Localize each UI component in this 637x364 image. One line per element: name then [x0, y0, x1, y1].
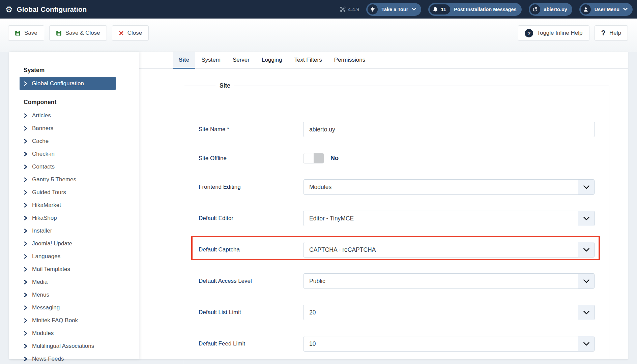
toolbar: Save Save & Close Close ? Toggle Inline … — [0, 19, 637, 52]
tab-label: Server — [233, 57, 250, 63]
toolbar-left-group: Save Save & Close Close — [8, 25, 149, 41]
top-header: ⚙ Global Configuration 4.4.9 Take a Tour — [0, 0, 637, 19]
post-installation-messages-button[interactable]: 11 Post Installation Messages — [428, 3, 521, 16]
chevron-down-icon — [578, 305, 595, 320]
form-row-default-access-level: Default Access Level Public — [199, 273, 595, 289]
chevron-right-icon — [24, 190, 27, 195]
chevron-right-icon — [24, 113, 27, 118]
messages-label: Post Installation Messages — [454, 7, 516, 12]
tab-label: Text Filters — [294, 57, 322, 63]
sidebar-item-joomla-update[interactable]: Joomla! Update — [20, 237, 116, 250]
chevron-down-icon — [578, 274, 595, 289]
sidebar-item-modules[interactable]: Modules — [20, 327, 116, 340]
tab-label: Permissions — [334, 57, 366, 63]
sidebar-item-articles[interactable]: Articles — [20, 109, 116, 122]
content-wrapper: System Global Configuration Component Ar… — [9, 52, 628, 359]
default-list-limit-select[interactable]: 20 — [303, 305, 595, 320]
sidebar-heading-component: Component — [24, 99, 116, 106]
tab-label: Site — [179, 57, 189, 63]
sidebar-item-messaging[interactable]: Messaging — [20, 301, 116, 314]
close-button[interactable]: Close — [112, 25, 149, 41]
sidebar-item-label: Languages — [32, 253, 60, 260]
toggle-inline-help-button[interactable]: ? Toggle Inline Help — [518, 25, 589, 41]
sidebar-item-label: Installer — [32, 228, 52, 234]
sidebar-item-global-configuration[interactable]: Global Configuration — [20, 77, 116, 90]
help-button[interactable]: ? Help — [595, 25, 628, 41]
take-a-tour-label: Take a Tour — [381, 7, 408, 12]
select-value: 10 — [303, 340, 578, 347]
tab-system[interactable]: System — [195, 52, 227, 69]
form-row-site-offline: Site Offline No — [199, 153, 595, 163]
field-label: Site Offline — [199, 155, 303, 162]
form-row-default-editor: Default Editor Editor - TinyMCE — [199, 211, 595, 226]
page-title: Global Configuration — [17, 5, 87, 13]
external-link-icon — [530, 4, 540, 14]
user-menu-label: User Menu — [595, 7, 619, 12]
form-rows: Site Name * Site Offline No Frontend Edi… — [199, 122, 595, 352]
toggle-knob — [314, 153, 324, 163]
sidebar-item-gantry-5-themes[interactable]: Gantry 5 Themes — [20, 173, 116, 186]
tab-text-filters[interactable]: Text Filters — [288, 52, 328, 69]
default-editor-select[interactable]: Editor - TinyMCE — [303, 211, 595, 226]
tab-label: Logging — [262, 57, 282, 63]
user-menu-button[interactable]: User Menu — [579, 3, 633, 16]
save-icon — [56, 30, 62, 36]
field-slot: CAPTCHA - reCAPTCHA — [303, 242, 595, 257]
sidebar-item-menus[interactable]: Menus — [20, 289, 116, 301]
sidebar-item-guided-tours[interactable]: Guided Tours — [20, 186, 116, 199]
chevron-right-icon — [24, 126, 27, 131]
tab-permissions[interactable]: Permissions — [328, 52, 372, 69]
chevron-right-icon — [24, 267, 27, 272]
sidebar-item-installer[interactable]: Installer — [20, 224, 116, 237]
sidebar-item-media[interactable]: Media — [20, 276, 116, 289]
frontend-editing-select[interactable]: Modules — [303, 179, 595, 195]
sidebar-item-label: Menus — [32, 292, 49, 298]
sidebar-item-multilingual-associations[interactable]: Multilingual Associations — [20, 340, 116, 353]
take-a-tour-button[interactable]: Take a Tour — [366, 3, 421, 16]
field-label: Frontend Editing — [199, 184, 303, 190]
tab-logging[interactable]: Logging — [256, 52, 288, 69]
field-slot — [303, 122, 595, 137]
site-link-button[interactable]: abierto.uy — [529, 3, 572, 16]
chevron-right-icon — [24, 357, 27, 361]
sidebar-component-list: Articles Banners Cache Check-in Contacts… — [20, 109, 116, 364]
sidebar-item-hikamarket[interactable]: HikaMarket — [20, 199, 116, 212]
sidebar-item-cache[interactable]: Cache — [20, 135, 116, 148]
sidebar-item-contacts[interactable]: Contacts — [20, 160, 116, 173]
save-button[interactable]: Save — [8, 25, 44, 41]
chevron-right-icon — [24, 164, 27, 169]
chevron-down-icon — [578, 180, 595, 194]
sidebar-item-label: Minitek FAQ Book — [32, 317, 78, 324]
tab-server[interactable]: Server — [227, 52, 256, 69]
save-and-close-button[interactable]: Save & Close — [49, 25, 107, 41]
sidebar-item-news-feeds[interactable]: News Feeds — [20, 353, 116, 364]
sidebar-item-hikashop[interactable]: HikaShop — [20, 212, 116, 224]
question-circle-icon: ? — [525, 29, 533, 37]
field-slot: No — [303, 153, 595, 163]
chevron-right-icon — [24, 139, 27, 144]
chevron-right-icon — [24, 344, 27, 348]
sidebar-item-mail-templates[interactable]: Mail Templates — [20, 263, 116, 276]
default-access-level-select[interactable]: Public — [303, 273, 595, 289]
field-slot: Public — [303, 273, 595, 289]
sidebar-item-languages[interactable]: Languages — [20, 250, 116, 263]
default-feed-limit-select[interactable]: 10 — [303, 336, 595, 352]
site-offline-toggle[interactable] — [303, 153, 324, 163]
sidebar-item-banners[interactable]: Banners — [20, 122, 116, 135]
default-captcha-select[interactable]: CAPTCHA - reCAPTCHA — [303, 242, 595, 257]
user-icon — [581, 4, 591, 14]
signpost-icon — [368, 4, 378, 14]
sidebar-item-check-in[interactable]: Check-in — [20, 148, 116, 160]
chevron-down-icon — [578, 336, 595, 351]
field-slot: 10 — [303, 336, 595, 352]
site-name-input[interactable] — [303, 122, 595, 137]
messages-badge: 11 — [430, 4, 450, 14]
tab-site[interactable]: Site — [173, 52, 195, 69]
chevron-right-icon — [24, 229, 27, 233]
sidebar-item-label: Gantry 5 Themes — [32, 176, 76, 183]
sidebar-item-minitek-faq-book[interactable]: Minitek FAQ Book — [20, 314, 116, 327]
gear-icon: ⚙ — [5, 5, 13, 13]
field-label: Default Access Level — [199, 278, 303, 284]
chevron-right-icon — [24, 216, 27, 220]
bell-icon — [433, 7, 438, 12]
